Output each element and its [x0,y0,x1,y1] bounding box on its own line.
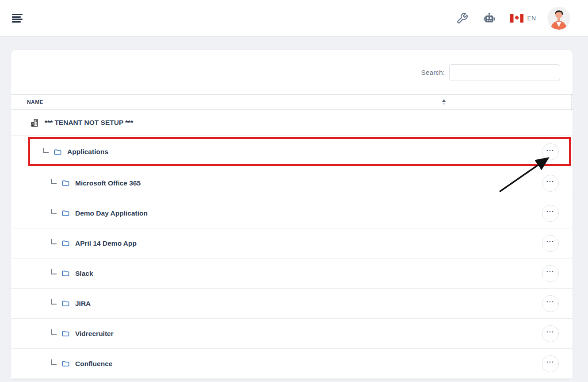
menu-bar [12,19,23,20]
wrench-icon[interactable] [456,12,468,24]
top-navigation-bar: EN [0,0,588,37]
tree-connector [51,179,57,184]
row-actions-button[interactable]: ··· [542,295,559,312]
search-label: Search: [421,69,445,77]
menu-bar [12,16,21,18]
ellipsis-dots: ··· [546,147,555,154]
table-row[interactable]: Demo Day Application ··· [11,198,573,228]
language-code: EN [527,15,536,22]
row-actions-button[interactable]: ··· [542,355,559,372]
ellipsis-dots: ··· [546,298,555,305]
row-name-cell: *** TENANT NOT SETUP *** [11,118,133,127]
column-header-actions [452,94,572,110]
sort-indicator[interactable] [442,99,446,105]
tree-connector [51,359,57,365]
row-label: Microsoft Office 365 [75,179,141,187]
table-row[interactable]: Microsoft Office 365 ··· [11,168,573,198]
table-body: *** TENANT NOT SETUP *** ··· [11,110,573,379]
tree-connector [51,329,57,335]
ellipsis-dots: ··· [546,359,555,366]
table-header: NAME [11,94,573,110]
building-icon [30,118,39,127]
row-label: APril 14 Demo App [75,239,137,247]
table-row[interactable]: Vidrecruiter ··· [11,319,573,349]
row-label: Applications [67,148,108,156]
robot-icon[interactable] [482,12,496,25]
ellipsis-dots: ··· [546,268,555,275]
tree-connector [43,148,49,153]
table-row[interactable]: Applications ··· [11,136,573,168]
folder-icon [61,209,70,217]
row-actions-button[interactable]: ··· [542,325,559,342]
menu-bar [12,14,23,15]
row-actions-button[interactable]: ··· [542,175,559,192]
row-actions-button[interactable]: ··· [542,205,559,222]
topbar-actions: EN [456,7,570,30]
folder-icon [61,239,70,247]
folder-icon [61,299,70,308]
row-label: Confluence [75,360,112,368]
table-row[interactable]: JIRA ··· [11,289,573,319]
row-name-cell: Confluence [11,359,112,368]
row-actions-button[interactable]: ··· [542,143,559,160]
row-name-cell: Slack [11,269,93,278]
row-name-cell: Demo Day Application [11,209,148,217]
row-name-cell: Microsoft Office 365 [11,179,141,187]
row-actions-button[interactable]: ··· [542,265,559,282]
tree-connector [51,269,57,274]
table-row[interactable]: *** TENANT NOT SETUP *** ··· [11,110,573,136]
folder-icon [61,359,70,368]
user-avatar[interactable] [547,7,570,30]
folder-icon [61,329,70,338]
table-row[interactable]: Slack ··· [11,259,573,289]
ellipsis-dots: ··· [546,328,555,336]
row-name-cell: JIRA [11,299,91,308]
table-row[interactable]: Confluence ··· [11,349,573,379]
row-label: Demo Day Application [75,209,148,217]
row-name-cell: Applications [11,148,108,156]
column-header-name[interactable]: NAME [11,99,43,105]
ellipsis-dots: ··· [546,238,555,245]
search-area: Search: [11,50,573,94]
language-selector[interactable]: EN [510,14,536,23]
search-input[interactable] [449,64,560,81]
folder-icon [53,148,62,156]
ellipsis-dots: ··· [546,178,555,185]
canada-flag-icon [510,14,523,23]
tree-connector [51,209,57,214]
folder-icon [61,269,70,278]
sort-asc-icon [442,99,446,102]
content-card: Search: NAME [11,50,573,379]
menu-bar [12,21,21,23]
row-label: *** TENANT NOT SETUP *** [45,119,133,127]
table-row[interactable]: APril 14 Demo App ··· [11,228,573,259]
row-actions-button[interactable]: ··· [542,235,559,252]
sort-desc-icon [442,103,446,105]
row-label: Slack [75,270,93,278]
tree-connector [51,239,57,244]
tree-connector [51,299,57,305]
hamburger-menu-icon[interactable] [12,14,23,23]
folder-icon [61,179,70,187]
highlight-annotation [28,137,571,166]
row-label: Vidrecruiter [75,330,114,338]
ellipsis-dots: ··· [546,208,555,215]
row-name-cell: Vidrecruiter [11,329,114,338]
row-name-cell: APril 14 Demo App [11,239,137,247]
row-label: JIRA [75,300,91,308]
